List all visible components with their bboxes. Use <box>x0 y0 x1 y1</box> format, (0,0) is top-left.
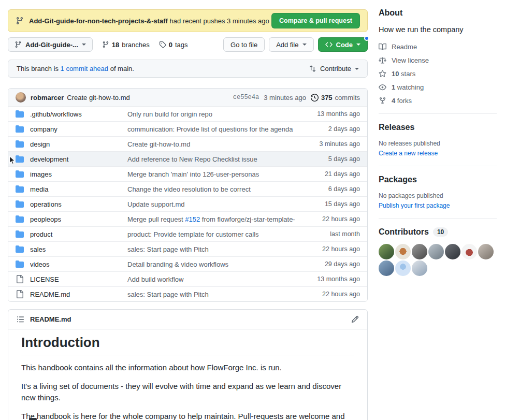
file-commit-time: 22 hours ago <box>295 245 360 253</box>
file-commit-time: 22 hours ago <box>295 215 360 223</box>
file-commit-time: 13 months ago <box>295 110 360 118</box>
add-file-button[interactable]: Add file <box>269 37 313 52</box>
folder-icon <box>16 110 24 118</box>
file-row[interactable]: productproduct: Provide template for cus… <box>8 226 367 241</box>
about-description: How we run the company <box>379 25 497 34</box>
about-item-stars[interactable]: 10 stars <box>379 70 497 78</box>
file-name[interactable]: README.md <box>30 291 127 298</box>
file-row[interactable]: companycommunication: Provide list of qu… <box>8 121 367 136</box>
tags-link[interactable]: 0 tags <box>159 41 188 49</box>
contributor-avatar[interactable] <box>395 244 411 259</box>
file-commit-message[interactable]: product: Provide template for customer c… <box>127 230 295 238</box>
file-commit-message[interactable]: Add reference to New Repo Checklist issu… <box>127 155 295 163</box>
file-row[interactable]: videosDetail branding & video workflows2… <box>8 256 367 271</box>
issue-link[interactable]: #152 <box>185 215 200 223</box>
file-row[interactable]: salessales: Start page with Pitch22 hour… <box>8 241 367 256</box>
file-commit-message[interactable]: sales: Start page with Pitch <box>127 291 295 298</box>
file-name[interactable]: development <box>30 155 127 163</box>
file-row[interactable]: README.mdsales: Start page with Pitch22 … <box>8 286 367 301</box>
law-icon <box>379 56 386 64</box>
contributors-header: Contributors 10 <box>379 227 497 237</box>
commits-history-link[interactable]: 375 commits <box>311 94 360 102</box>
file-commit-message[interactable]: Update support.md <box>127 200 295 208</box>
clipped-content-fragment <box>29 418 37 420</box>
tags-label: tags <box>175 41 188 49</box>
contributor-avatar[interactable] <box>379 244 394 259</box>
about-item-forks[interactable]: 4 forks <box>379 97 497 105</box>
readme-heading: Introduction <box>21 335 354 355</box>
file-name[interactable]: operations <box>30 200 127 208</box>
file-name[interactable]: LICENSE <box>30 276 127 283</box>
folder-icon <box>16 170 24 178</box>
star-icon <box>379 70 386 78</box>
code-button[interactable]: Code <box>318 37 368 52</box>
branches-link[interactable]: 18 branches <box>102 41 150 49</box>
contribute-button[interactable]: Contribute <box>309 65 359 73</box>
commit-author[interactable]: robmarcer <box>31 94 64 102</box>
file-row[interactable]: developmentAdd reference to New Repo Che… <box>8 151 367 166</box>
contributors-count-badge: 10 <box>433 227 448 237</box>
about-item-watching[interactable]: 1 watching <box>379 83 497 91</box>
contributor-avatar[interactable] <box>428 244 444 259</box>
file-commit-message[interactable]: sales: Start page with Pitch <box>127 245 295 253</box>
recent-push-banner: Add-Git-guide-for-non-tech-projects-&-st… <box>8 9 368 32</box>
about-item-readme[interactable]: Readme <box>379 43 497 51</box>
banner-text: Add-Git-guide-for-non-tech-projects-&-st… <box>29 17 271 25</box>
file-icon <box>16 290 24 298</box>
file-row[interactable]: .github/workflowsOnly run build for orig… <box>8 106 367 121</box>
file-commit-message[interactable]: Merge pull request #152 from flowforge/z… <box>127 215 295 223</box>
contributor-avatar[interactable] <box>379 260 394 276</box>
readme-paragraph: It's a living set of documents - they wi… <box>21 381 354 404</box>
contributor-avatar[interactable] <box>412 244 427 259</box>
divider <box>379 113 497 114</box>
file-name[interactable]: company <box>30 125 127 133</box>
go-to-file-button[interactable]: Go to file <box>223 37 265 52</box>
file-commit-message[interactable]: Detail branding & video workflows <box>127 260 295 268</box>
releases-empty-text: No releases published <box>379 140 497 147</box>
file-name[interactable]: images <box>30 170 127 178</box>
create-release-link[interactable]: Create a new release <box>379 150 438 157</box>
file-row[interactable]: operationsUpdate support.md15 days ago <box>8 196 367 211</box>
file-name[interactable]: peopleops <box>30 215 127 223</box>
file-name[interactable]: sales <box>30 245 127 253</box>
latest-commit-message[interactable]: Create git-how-to.md <box>67 94 129 102</box>
contributor-avatar[interactable] <box>445 244 460 259</box>
compare-pull-request-button[interactable]: Compare & pull request <box>271 13 360 28</box>
file-name[interactable]: product <box>30 230 127 238</box>
publish-package-link[interactable]: Publish your first package <box>379 202 450 209</box>
file-commit-time: 13 months ago <box>295 276 360 283</box>
repo-toolbar: Add-Git-guide-... 18 branches 0 tags Go … <box>8 37 368 52</box>
file-name[interactable]: media <box>30 185 127 193</box>
history-icon <box>311 94 319 102</box>
readme-panel: README.md Introduction This handbook con… <box>8 309 368 420</box>
contributor-avatar[interactable] <box>478 244 494 259</box>
file-commit-message[interactable]: communication: Provide list of questions… <box>127 125 295 133</box>
file-name[interactable]: videos <box>30 260 127 268</box>
folder-icon <box>16 185 24 193</box>
file-row[interactable]: LICENSEAdd build workflow13 months ago <box>8 271 367 286</box>
file-commit-message[interactable]: Only run build for origin repo <box>127 110 295 118</box>
branch-selector-button[interactable]: Add-Git-guide-... <box>8 37 93 52</box>
about-item-view-license[interactable]: View license <box>379 56 497 64</box>
edit-pencil-icon[interactable] <box>351 315 359 323</box>
file-commit-message[interactable]: Change the video resolution to be correc… <box>127 185 295 193</box>
contributor-avatar[interactable] <box>461 244 477 259</box>
file-row[interactable]: designCreate git-how-to.md3 minutes ago <box>8 136 367 151</box>
file-commit-time: 3 minutes ago <box>295 140 360 148</box>
file-commit-message[interactable]: Merge branch 'main' into 126-user-person… <box>127 170 295 178</box>
commit-sha[interactable]: ce55e4a <box>233 94 259 101</box>
file-row[interactable]: imagesMerge branch 'main' into 126-user-… <box>8 166 367 181</box>
releases-title: Releases <box>379 123 497 132</box>
contributor-avatar[interactable] <box>395 260 411 276</box>
file-row[interactable]: mediaChange the video resolution to be c… <box>8 181 367 196</box>
commit-ahead-link[interactable]: 1 commit ahead <box>61 65 109 73</box>
file-row[interactable]: peopleopsMerge pull request #152 from fl… <box>8 211 367 226</box>
git-compare-icon <box>309 65 316 73</box>
file-name[interactable]: .github/workflows <box>30 110 127 118</box>
contributor-avatar[interactable] <box>412 260 427 276</box>
packages-empty-text: No packages published <box>379 192 497 199</box>
file-commit-message[interactable]: Add build workflow <box>127 276 295 283</box>
author-avatar[interactable] <box>16 92 26 103</box>
file-commit-message[interactable]: Create git-how-to.md <box>127 140 295 148</box>
file-name[interactable]: design <box>30 140 127 148</box>
